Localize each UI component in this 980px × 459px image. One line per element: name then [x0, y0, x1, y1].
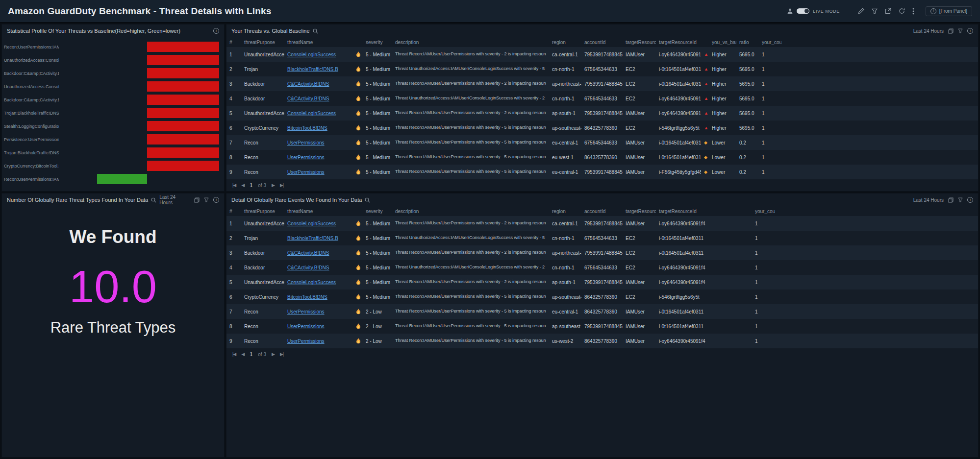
severity-flame-icon [353, 106, 363, 121]
your_count-cell: 1 [752, 334, 775, 348]
region-cell: ap-south-1 [549, 275, 581, 290]
threat-name-link[interactable]: ConsoleLoginSuccess [287, 221, 336, 226]
column-header-description[interactable]: description [392, 37, 549, 47]
threat-name-link[interactable]: UserPermissions [287, 155, 325, 160]
column-header-your_count[interactable]: your_count [752, 206, 775, 216]
column-header-threatName[interactable]: threatName [284, 206, 353, 216]
chart-bar[interactable] [147, 121, 219, 131]
threat-name-link[interactable]: UserPermissions [287, 324, 325, 329]
lower-diamond-icon: ◆ [704, 169, 707, 174]
chart-bar[interactable] [147, 134, 219, 145]
column-header-threatName[interactable]: threatName [284, 37, 353, 47]
column-header-threatPurpose[interactable]: threatPurpose [241, 37, 284, 47]
info-icon[interactable]: i [213, 197, 219, 203]
search-icon[interactable] [365, 197, 370, 203]
baseline-direction-icon: ▲ [701, 76, 709, 91]
column-header-ratio[interactable]: ratio [736, 37, 759, 47]
your_count-cell: 1 [759, 62, 781, 76]
info-icon[interactable]: i [213, 28, 219, 34]
last-page-button[interactable]: ▶| [280, 183, 283, 188]
threat-name-link[interactable]: BitcoinTool.B!DNS [287, 125, 327, 131]
live-mode-toggle[interactable] [797, 8, 809, 14]
column-header-accountId[interactable]: accountId [581, 37, 623, 47]
threat-name-link[interactable]: UserPermissions [287, 338, 325, 344]
column-header-description[interactable]: description [392, 206, 549, 216]
threat-name-link[interactable]: ConsoleLoginSuccess [287, 52, 336, 57]
refresh-icon[interactable] [899, 8, 905, 14]
threat-name-link[interactable]: BlackholeTraffic!DNS.B [287, 67, 338, 72]
from-panel-badge[interactable]: i [From Panel] [926, 6, 972, 16]
copy-icon[interactable] [948, 28, 954, 34]
first-page-button[interactable]: |◀ [232, 352, 236, 357]
user-icon[interactable] [787, 8, 793, 14]
targetResource-cell: IAMUser [623, 135, 656, 150]
threat-name-link[interactable]: C&CActivity.B!DNS [287, 265, 329, 270]
copy-icon[interactable] [948, 197, 954, 203]
filter-icon[interactable] [958, 197, 963, 202]
column-header-targetResource[interactable]: targetResource [623, 206, 656, 216]
prev-page-button[interactable]: ◀ [241, 352, 244, 357]
filter-icon[interactable] [204, 197, 209, 202]
baseline-direction-icon: ◆ [701, 165, 709, 179]
column-header-threatPurpose[interactable]: threatPurpose [241, 206, 284, 216]
next-page-button[interactable]: ▶ [272, 183, 275, 188]
column-header-idx[interactable]: # [226, 206, 241, 216]
column-header-you_vs_baseline[interactable]: you_vs_baseline [709, 37, 736, 47]
next-page-button[interactable]: ▶ [272, 352, 275, 357]
copy-icon[interactable] [194, 197, 200, 203]
threat-name-link[interactable]: C&CActivity.B!DNS [287, 250, 329, 256]
threat-name-link[interactable]: UserPermissions [287, 140, 325, 145]
filter-icon[interactable] [872, 8, 878, 14]
threatPurpose-cell: UnauthorizedAccess [241, 47, 284, 62]
chart-bar[interactable] [97, 174, 147, 184]
chart-bar[interactable] [147, 108, 219, 118]
column-header-severity[interactable]: severity [363, 206, 392, 216]
chart-bar[interactable] [147, 55, 219, 65]
you_vs_baseline-cell: Higher [709, 47, 736, 62]
column-header-region[interactable]: region [549, 206, 581, 216]
share-icon[interactable] [885, 8, 891, 14]
column-header-severity[interactable]: severity [363, 37, 392, 47]
threat-name-link[interactable]: UserPermissions [287, 169, 325, 175]
chart-category-label: Stealth:LoggingConfiguration... [4, 124, 59, 129]
chart-bar-track [59, 108, 219, 118]
column-header-targetResource[interactable]: targetResource [623, 37, 656, 47]
chart-row: CryptoCurrency:BitcoinTool.B... [4, 159, 219, 172]
info-icon[interactable]: i [967, 28, 973, 34]
chart-bar[interactable] [147, 95, 219, 105]
severity-flame-icon [353, 76, 363, 91]
info-icon[interactable]: i [967, 197, 973, 203]
threat-name-link[interactable]: UserPermissions [287, 309, 325, 314]
threat-name-link[interactable]: ConsoleLoginSuccess [287, 111, 336, 116]
threat-name-link[interactable]: C&CActivity.B!DNS [287, 81, 329, 87]
your_count-cell: 1 [759, 76, 781, 91]
column-header-accountId[interactable]: accountId [581, 206, 623, 216]
description-text: Threat UnauthorizedAccess:IAMUser/Consol… [395, 235, 546, 241]
chart-bar[interactable] [147, 147, 219, 158]
chart-bar[interactable] [147, 68, 219, 78]
chart-bar[interactable] [147, 42, 219, 52]
your_count-cell: 1 [752, 304, 775, 319]
column-header-idx[interactable]: # [226, 37, 241, 47]
edit-icon[interactable] [858, 8, 864, 14]
first-page-button[interactable]: |◀ [232, 183, 236, 188]
filter-icon[interactable] [958, 28, 963, 33]
threat-name-link[interactable]: BlackholeTraffic!DNS.B [287, 236, 338, 241]
idx-cell: 9 [226, 334, 241, 348]
prev-page-button[interactable]: ◀ [241, 183, 244, 188]
search-icon[interactable] [313, 28, 318, 34]
column-header-your_count[interactable]: your_count [759, 37, 781, 47]
column-header-region[interactable]: region [549, 37, 581, 47]
threat-name-cell: UserPermissions [284, 165, 353, 179]
threat-name-link[interactable]: BitcoinTool.B!DNS [287, 294, 327, 300]
search-icon[interactable] [151, 197, 156, 203]
chart-bar[interactable] [147, 81, 219, 92]
threat-name-link[interactable]: ConsoleLoginSuccess [287, 280, 336, 285]
threat-name-link[interactable]: C&CActivity.B!DNS [287, 96, 329, 101]
targetResourceId-cell: i-oy6464390r45091f4 [656, 47, 701, 62]
chart-bar[interactable] [147, 161, 219, 171]
last-page-button[interactable]: ▶| [280, 352, 283, 357]
column-header-targetResourceId[interactable]: targetResourceId [656, 206, 752, 216]
more-options-icon[interactable] [912, 8, 914, 15]
column-header-targetResourceId[interactable]: targetResourceId [656, 37, 701, 47]
